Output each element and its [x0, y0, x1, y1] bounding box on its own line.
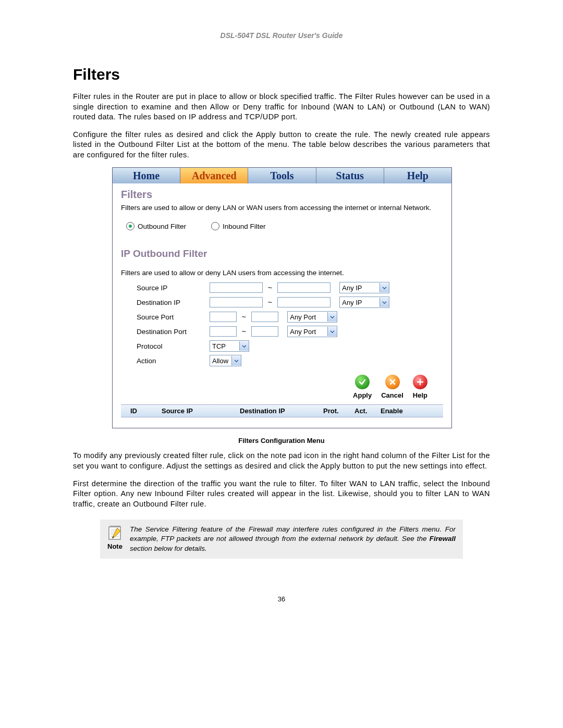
page-number: 36	[73, 595, 490, 603]
col-source-ip: Source IP	[162, 407, 240, 415]
tab-tools[interactable]: Tools	[248, 168, 316, 183]
dest-port-end-input[interactable]	[251, 326, 278, 337]
action-select[interactable]: Allow	[210, 355, 241, 366]
intro-paragraph-2: Configure the filter rules as desired an…	[73, 130, 490, 161]
source-port-end-input[interactable]	[251, 312, 278, 322]
subsection-title: IP Outbound Filter	[121, 248, 443, 260]
radio-inbound[interactable]: Inbound Filter	[211, 222, 266, 230]
radio-inbound-label: Inbound Filter	[223, 223, 266, 230]
note-label: Note	[107, 542, 123, 550]
range-separator: ~	[268, 283, 272, 292]
label-protocol: Protocol	[137, 342, 210, 350]
label-source-ip: Source IP	[137, 284, 210, 292]
select-value: Allow	[212, 357, 228, 365]
panel-title: Filters	[121, 189, 443, 201]
chevron-down-icon	[380, 283, 389, 292]
chevron-down-icon	[327, 312, 337, 322]
source-port-type-select[interactable]: Any Port	[287, 311, 337, 323]
label-action: Action	[137, 357, 210, 365]
source-ip-end-input[interactable]	[277, 282, 331, 293]
cancel-button[interactable]: Cancel	[381, 375, 403, 399]
intro-paragraph-1: Filter rules in the Router are put in pl…	[73, 92, 490, 122]
radio-outbound[interactable]: Outbound Filter	[126, 222, 186, 230]
select-value: TCP	[212, 342, 226, 350]
notepad-icon	[108, 525, 121, 540]
section-heading: Filters	[73, 66, 490, 83]
range-separator: ~	[268, 298, 272, 306]
paragraph-4: First determine the direction of the tra…	[73, 479, 490, 510]
chevron-down-icon	[380, 298, 389, 307]
range-separator: ~	[242, 327, 246, 336]
note-box: Note The Service Filtering feature of th…	[100, 520, 463, 559]
tab-home[interactable]: Home	[113, 168, 180, 183]
apply-label: Apply	[353, 391, 372, 399]
select-value: Any IP	[342, 284, 362, 292]
radio-selected-icon	[126, 222, 134, 230]
help-button[interactable]: Help	[413, 375, 427, 399]
help-label: Help	[413, 391, 427, 399]
source-ip-type-select[interactable]: Any IP	[339, 282, 389, 293]
label-destination-port: Destination Port	[137, 328, 210, 336]
x-icon	[385, 375, 400, 389]
screenshot-caption: Filters Configuration Menu	[73, 437, 490, 445]
label-source-port: Source Port	[137, 313, 210, 321]
col-enable: Enable	[381, 407, 412, 415]
col-protocol: Prot.	[323, 407, 354, 415]
tab-advanced[interactable]: Advanced	[180, 168, 248, 183]
plus-icon	[413, 375, 427, 389]
radio-outbound-label: Outbound Filter	[138, 223, 186, 230]
radio-unselected-icon	[211, 222, 219, 230]
dest-ip-type-select[interactable]: Any IP	[339, 297, 389, 308]
subsection-description: Filters are used to allow or deny LAN us…	[121, 269, 443, 277]
tab-help[interactable]: Help	[384, 168, 451, 183]
filter-list-header: ID Source IP Destination IP Prot. Act. E…	[121, 404, 443, 417]
col-id: ID	[125, 407, 162, 415]
label-destination-ip: Destination IP	[137, 299, 210, 306]
col-action: Act.	[354, 407, 381, 415]
source-ip-start-input[interactable]	[210, 282, 263, 293]
cancel-label: Cancel	[381, 391, 403, 399]
chevron-down-icon	[231, 356, 241, 365]
apply-button[interactable]: Apply	[353, 375, 372, 399]
document-page: DSL-504T DSL Router User's Guide Filters…	[0, 0, 563, 624]
tab-status[interactable]: Status	[316, 168, 384, 183]
check-icon	[355, 375, 370, 389]
dest-ip-end-input[interactable]	[277, 297, 331, 307]
chevron-down-icon	[239, 341, 249, 351]
router-screenshot: Home Advanced Tools Status Help Filters …	[112, 167, 451, 428]
panel-description: Filters are used to allow or deny LAN or…	[121, 204, 443, 212]
select-value: Any IP	[342, 299, 362, 306]
doc-header: DSL-504T DSL Router User's Guide	[73, 31, 490, 40]
dest-port-start-input[interactable]	[210, 326, 237, 337]
source-port-start-input[interactable]	[210, 312, 237, 322]
col-destination-ip: Destination IP	[240, 407, 323, 415]
select-value: Any Port	[290, 313, 316, 321]
chevron-down-icon	[327, 327, 337, 336]
paragraph-3: To modify any previously created filter …	[73, 451, 490, 471]
tab-bar: Home Advanced Tools Status Help	[113, 168, 451, 183]
range-separator: ~	[242, 313, 246, 321]
select-value: Any Port	[290, 328, 316, 336]
dest-port-type-select[interactable]: Any Port	[287, 326, 337, 337]
dest-ip-start-input[interactable]	[210, 297, 263, 307]
protocol-select[interactable]: TCP	[210, 340, 249, 352]
note-text: The Service Filtering feature of the Fir…	[130, 525, 456, 553]
